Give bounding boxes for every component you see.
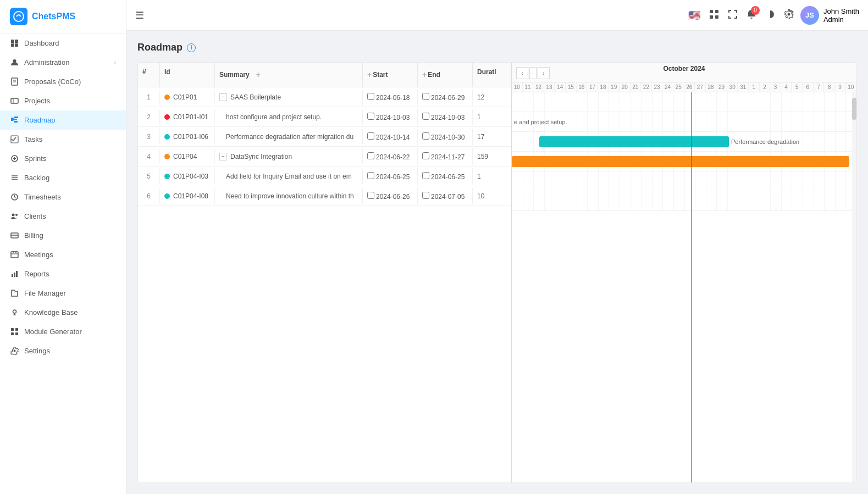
cell-num: 5: [138, 169, 160, 184]
start-checkbox[interactable]: [367, 93, 374, 100]
svg-point-43: [787, 13, 790, 15]
info-icon[interactable]: i: [187, 43, 196, 52]
sidebar-item-billing[interactable]: Billing: [0, 226, 126, 245]
col-duration: Durati: [473, 63, 511, 87]
sidebar-item-meetings[interactable]: Meetings: [0, 245, 126, 264]
sidebar-item-administration[interactable]: Administration ›: [0, 53, 126, 72]
cell-id: C01P04: [160, 149, 215, 164]
logo-icon: [10, 8, 27, 25]
backlog-icon: [10, 174, 19, 182]
sidebar-label-dashboard: Dashboard: [24, 39, 59, 47]
grid-line: [620, 92, 620, 112]
svg-rect-39: [710, 10, 713, 13]
cell-summary[interactable]: host configure and project setup.: [215, 109, 363, 125]
grid-line: [727, 191, 728, 210]
sidebar-item-module-generator[interactable]: Module Generator: [0, 322, 126, 341]
gantt-bar: [512, 156, 849, 167]
cell-id: C01P04-I03: [160, 169, 215, 184]
sidebar-item-settings[interactable]: Settings: [0, 341, 126, 360]
grid-line: [792, 191, 792, 210]
grid-line: [727, 92, 728, 112]
svg-point-21: [15, 214, 18, 216]
id-text: C01P04-I08: [173, 192, 208, 200]
cell-summary[interactable]: − DataSync Integration: [215, 149, 363, 164]
apps-icon[interactable]: [709, 9, 719, 21]
language-selector[interactable]: 🇺🇸: [688, 9, 700, 21]
cell-num: 4: [138, 149, 160, 164]
start-checkbox[interactable]: [367, 113, 374, 120]
sidebar-item-clients[interactable]: Clients: [0, 207, 126, 226]
add-column-button[interactable]: +: [252, 68, 265, 81]
sidebar-item-tasks[interactable]: Tasks: [0, 130, 126, 149]
table-header: # Id Summary + + Start + End Durati: [138, 63, 511, 87]
gantt-day-cell: 3: [770, 82, 781, 92]
app-logo[interactable]: ChetsPMS: [0, 0, 126, 34]
sidebar-item-roadmap[interactable]: Roadmap: [0, 110, 126, 130]
gear-icon[interactable]: [784, 9, 794, 21]
cell-end: 2024-11-27: [418, 148, 473, 165]
start-add-icon[interactable]: +: [367, 70, 372, 79]
grid-line: [533, 171, 534, 191]
grid-line: [631, 112, 631, 131]
grid-line: [845, 112, 846, 131]
grid-line: [760, 191, 760, 210]
end-checkbox[interactable]: [422, 93, 429, 100]
grid-line: [824, 112, 825, 131]
collapse-button[interactable]: −: [219, 93, 227, 101]
sidebar-item-reports[interactable]: Reports: [0, 264, 126, 284]
grid-line: [684, 191, 685, 210]
sidebar-item-file-manager[interactable]: File Manager: [0, 284, 126, 303]
status-dot: [164, 95, 170, 100]
sidebar-item-backlog[interactable]: Backlog: [0, 168, 126, 187]
meetings-icon: [10, 251, 19, 259]
resize-handle[interactable]: ⋮: [512, 92, 513, 482]
grid-line: [523, 92, 523, 112]
start-checkbox[interactable]: [367, 152, 374, 159]
gantt-prev-button[interactable]: ‹: [516, 67, 528, 79]
grid-line: [577, 92, 577, 112]
user-profile[interactable]: JS John Smith Admin: [800, 6, 859, 25]
scrollbar-thumb[interactable]: [852, 98, 856, 120]
cell-summary[interactable]: Need to improve innovation culture withi…: [215, 188, 363, 204]
end-checkbox[interactable]: [422, 132, 429, 140]
grid-line: [566, 92, 566, 112]
knowledge-icon: [10, 308, 19, 317]
gantt-next-button[interactable]: ›: [538, 67, 550, 79]
sidebar-item-knowledge-base[interactable]: Knowledge Base: [0, 303, 126, 322]
gantt-panel: ‹ · › October 2024 101112131415161718192…: [512, 63, 856, 482]
projects-icon: [10, 97, 19, 105]
start-checkbox[interactable]: [367, 132, 374, 140]
sidebar-item-timesheets[interactable]: Timesheets: [0, 187, 126, 207]
cell-summary[interactable]: Add field for Inquiry Email and use it o…: [215, 169, 363, 184]
collapse-button[interactable]: −: [219, 153, 227, 160]
sidebar-item-projects[interactable]: Projects: [0, 91, 126, 110]
grid-line: [662, 171, 663, 191]
start-checkbox[interactable]: [367, 172, 374, 179]
hamburger-button[interactable]: ☰: [135, 9, 144, 21]
end-checkbox[interactable]: [422, 172, 429, 179]
fullscreen-icon[interactable]: [728, 9, 738, 21]
svg-rect-30: [16, 271, 18, 277]
grid-line: [824, 92, 825, 112]
cell-summary[interactable]: − SAAS Boilerplate: [215, 90, 363, 105]
notification-bell[interactable]: 0: [747, 9, 756, 21]
grid-line: [598, 92, 599, 112]
dark-mode-toggle[interactable]: [765, 9, 775, 21]
status-dot: [164, 114, 170, 120]
end-add-icon[interactable]: +: [422, 70, 427, 79]
svg-rect-29: [14, 273, 15, 277]
sidebar-label-sprints: Sprints: [24, 154, 46, 163]
sidebar-item-proposals[interactable]: Proposals (CoCo): [0, 72, 126, 91]
end-checkbox[interactable]: [422, 192, 429, 199]
end-checkbox[interactable]: [422, 113, 429, 120]
sidebar-item-dashboard[interactable]: Dashboard: [0, 34, 126, 53]
cell-summary[interactable]: Performance degradation after migration …: [215, 129, 363, 145]
gantt-day-cell: 11: [523, 82, 534, 92]
end-checkbox[interactable]: [422, 152, 429, 159]
gantt-day-cell: 18: [598, 82, 609, 92]
sidebar-item-sprints[interactable]: Sprints: [0, 149, 126, 168]
gantt-today-button[interactable]: ·: [529, 67, 537, 79]
grid-line: [706, 112, 706, 131]
start-checkbox[interactable]: [367, 192, 374, 199]
scrollbar[interactable]: [852, 92, 856, 482]
